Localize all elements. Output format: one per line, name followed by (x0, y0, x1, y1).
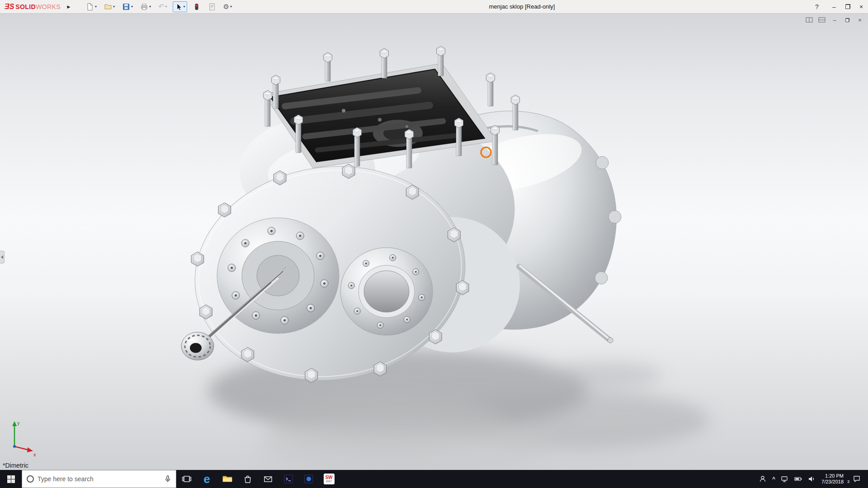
document-window-controls: – × (806, 16, 863, 23)
task-view-icon (182, 474, 192, 484)
speaker-icon (808, 475, 816, 483)
undo-button[interactable]: ↶ ▾ (156, 1, 169, 12)
people-icon (759, 475, 767, 483)
solidworks-app-button[interactable]: SW 2017 (319, 470, 339, 488)
edge-button[interactable]: e (197, 470, 217, 488)
help-button[interactable]: ? (810, 0, 824, 13)
stud (265, 98, 270, 127)
rebuild-button[interactable] (191, 1, 203, 12)
clock-time: 1:20 PM (821, 473, 844, 479)
console-app-icon (283, 474, 294, 484)
titlebar: ƎS SOLID WORKS ▶ ▾ ▾ (0, 0, 868, 14)
stud (354, 135, 360, 166)
hex-nut (353, 127, 362, 137)
open-folder-icon (104, 3, 112, 11)
dropdown-caret[interactable]: ▾ (149, 5, 151, 9)
search-input[interactable] (38, 475, 160, 483)
brand-works: WORKS (36, 3, 61, 10)
open-document-button[interactable]: ▾ (102, 1, 117, 12)
tray-expand-button[interactable]: ^ (772, 476, 775, 482)
menu-flyout-arrow[interactable]: ▶ (65, 5, 72, 9)
system-tray: ^ (759, 470, 868, 488)
stud (438, 53, 443, 76)
store-button[interactable] (237, 470, 258, 488)
gear-icon: ⚙ (223, 3, 229, 10)
doc-close-button[interactable]: × (856, 16, 863, 23)
ds-logo-mark: ƎS (5, 3, 14, 11)
hex-nut (491, 125, 500, 135)
hex-nut (455, 118, 463, 128)
dropdown-caret[interactable]: ▾ (113, 5, 115, 9)
orientation-triad[interactable]: y x (5, 418, 40, 458)
battery-button[interactable] (794, 476, 802, 482)
restore-button[interactable] (841, 0, 854, 13)
hex-nut (437, 46, 445, 56)
split-pane-vertical-button[interactable] (806, 16, 813, 23)
media-app-button[interactable] (298, 470, 319, 488)
minimize-button[interactable]: – (827, 0, 841, 13)
start-button[interactable] (0, 470, 22, 488)
print-icon (140, 3, 148, 11)
cortana-icon (27, 475, 34, 483)
store-bag-icon (243, 474, 253, 484)
action-center-button[interactable]: 3 (849, 475, 864, 483)
network-icon (781, 475, 789, 483)
taskbar-apps: e (176, 470, 339, 488)
doc-restore-button[interactable] (844, 16, 851, 23)
new-document-button[interactable]: ▾ (84, 1, 99, 12)
solidworks-logo: ƎS SOLID WORKS (0, 3, 61, 11)
microphone-icon[interactable] (164, 475, 171, 483)
dropdown-caret[interactable]: ▾ (131, 5, 133, 9)
hex-nut (324, 52, 332, 62)
save-icon (122, 3, 130, 11)
close-button[interactable]: × (854, 0, 868, 13)
doc-minimize-button[interactable]: – (831, 16, 838, 23)
hex-nut (486, 73, 495, 83)
undo-icon: ↶ (158, 3, 164, 10)
hex-nut (264, 90, 272, 100)
options-button[interactable]: ⚙ ▾ (222, 1, 234, 12)
hex-nut (272, 75, 280, 85)
dropdown-caret[interactable]: ▾ (95, 5, 97, 9)
select-cursor-icon (175, 3, 183, 11)
stud (406, 136, 412, 168)
split-pane-horizontal-button[interactable] (818, 16, 826, 23)
print-button[interactable]: ▾ (138, 1, 153, 12)
view-orientation-label: *Dimetric (3, 462, 28, 469)
hex-nut (380, 48, 389, 58)
taskbar: e (0, 470, 868, 488)
action-center-icon (853, 475, 861, 483)
dropdown-caret[interactable]: ▾ (165, 5, 167, 9)
y-axis-label: y (17, 420, 20, 426)
mail-button[interactable] (258, 470, 278, 488)
notification-badge: 3 (847, 479, 849, 484)
stud (273, 82, 278, 108)
battery-icon (794, 476, 802, 482)
gearbox-3d-model[interactable] (0, 14, 868, 470)
bearing-flange-right (340, 248, 433, 335)
file-explorer-button[interactable] (217, 470, 237, 488)
taskbar-clock[interactable]: 1:20 PM 7/23/2018 (821, 473, 844, 485)
3d-viewport[interactable]: – × y x *Dimetric (0, 14, 868, 470)
x-axis-label: x (33, 452, 36, 457)
task-view-button[interactable] (176, 470, 197, 488)
panel-collapse-handle[interactable] (0, 251, 5, 263)
select-tool-button[interactable]: ▾ (173, 1, 187, 12)
clock-date: 7/23/2018 (821, 479, 844, 485)
dropdown-caret[interactable]: ▾ (184, 5, 185, 9)
mail-envelope-icon (263, 474, 273, 484)
restore-icon (845, 4, 850, 9)
chevron-left-icon (1, 255, 3, 259)
console-app-button[interactable] (278, 470, 298, 488)
network-button[interactable] (781, 475, 789, 483)
save-button[interactable]: ▾ (120, 1, 135, 12)
file-properties-button[interactable] (206, 1, 218, 12)
taskbar-search[interactable] (22, 470, 176, 488)
rebuild-stoplight-icon (193, 3, 201, 11)
people-button[interactable] (759, 475, 767, 483)
volume-button[interactable] (808, 475, 816, 483)
brand-solid: SOLID (15, 3, 36, 10)
stud (488, 80, 493, 106)
stud (296, 122, 301, 153)
dropdown-caret[interactable]: ▾ (230, 5, 232, 9)
